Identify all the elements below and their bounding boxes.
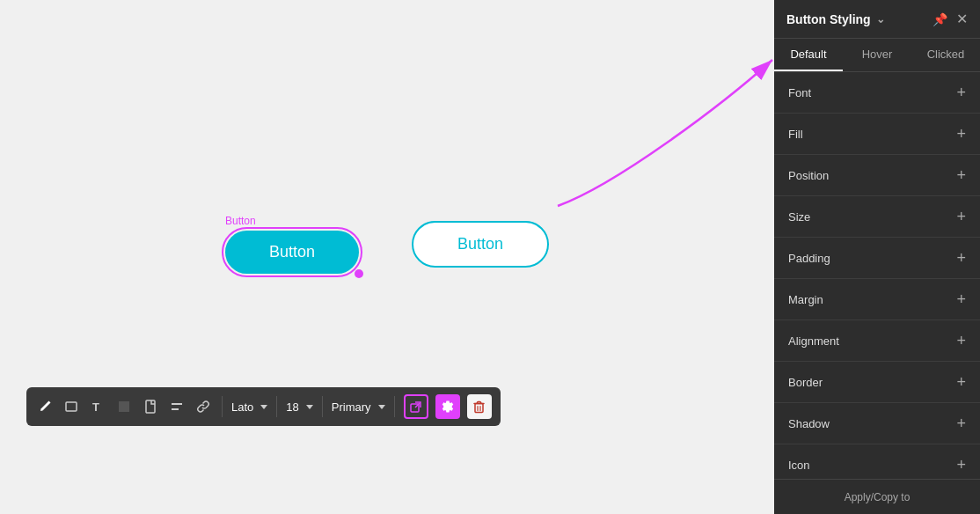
- svg-rect-8: [475, 403, 483, 412]
- right-panel: Button Styling ⌄ 📌 ✕ Default Hover Click…: [774, 0, 980, 514]
- pen-icon[interactable]: [35, 397, 55, 416]
- section-font[interactable]: Font +: [774, 72, 980, 114]
- panel-footer-text: Apply/Copy to: [845, 491, 911, 503]
- settings-button[interactable]: [435, 394, 460, 419]
- toolbar-divider-2: [276, 396, 277, 417]
- svg-rect-0: [66, 402, 77, 411]
- canvas-button-label: Button: [225, 215, 256, 227]
- toolbar-divider-3: [322, 396, 323, 417]
- svg-rect-3: [146, 400, 155, 413]
- tab-hover[interactable]: Hover: [843, 39, 911, 71]
- section-margin-plus: +: [956, 291, 966, 307]
- section-margin[interactable]: Margin +: [774, 279, 980, 320]
- section-border[interactable]: Border +: [774, 362, 980, 403]
- font-family-selector[interactable]: Lato: [231, 400, 267, 414]
- section-padding[interactable]: Padding +: [774, 238, 980, 279]
- color-swatch-icon[interactable]: [114, 397, 134, 416]
- svg-rect-4: [172, 403, 182, 405]
- tab-default[interactable]: Default: [774, 39, 843, 71]
- panel-header: Button Styling ⌄ 📌 ✕: [774, 0, 980, 39]
- section-size[interactable]: Size +: [774, 196, 980, 238]
- toolbar-divider-1: [222, 396, 223, 417]
- selection-dot: [355, 269, 363, 278]
- toolbar: T: [26, 387, 501, 426]
- section-alignment-plus: +: [956, 333, 966, 349]
- section-fill-plus: +: [956, 126, 966, 142]
- panel-header-icons: 📌 ✕: [932, 11, 968, 27]
- panel-title: Button Styling ⌄: [786, 12, 885, 26]
- section-font-plus: +: [956, 84, 966, 100]
- tab-clicked[interactable]: Clicked: [911, 39, 980, 71]
- font-size-selector[interactable]: 18: [286, 400, 312, 414]
- section-size-plus: +: [956, 209, 966, 224]
- canvas-area: Button Button Button T: [0, 0, 774, 514]
- section-position[interactable]: Position +: [774, 155, 980, 196]
- primary-button-wrapper: Button Button: [225, 215, 359, 274]
- canvas-secondary-button[interactable]: Button: [412, 221, 549, 268]
- canvas-button-container: Button Button Button: [225, 215, 549, 274]
- section-border-plus: +: [956, 374, 966, 390]
- panel-title-chevron-icon: ⌄: [876, 13, 885, 26]
- pin-icon[interactable]: 📌: [932, 12, 947, 26]
- canvas-primary-button[interactable]: Button: [225, 231, 359, 274]
- panel-footer: Apply/Copy to: [774, 479, 980, 514]
- section-alignment[interactable]: Alignment +: [774, 320, 980, 362]
- section-padding-plus: +: [956, 250, 966, 266]
- section-icon-plus: +: [956, 457, 966, 473]
- page-icon[interactable]: [141, 397, 160, 416]
- delete-button[interactable]: [467, 394, 492, 419]
- section-shadow[interactable]: Shadow +: [774, 403, 980, 444]
- svg-rect-5: [172, 408, 179, 410]
- section-position-plus: +: [956, 167, 966, 183]
- section-icon[interactable]: Icon +: [774, 444, 980, 479]
- panel-tabs: Default Hover Clicked: [774, 39, 980, 72]
- text-icon[interactable]: T: [88, 397, 107, 416]
- font-size-chevron: [306, 405, 313, 409]
- link-icon[interactable]: [194, 397, 213, 416]
- section-fill[interactable]: Fill +: [774, 114, 980, 155]
- section-shadow-plus: +: [956, 415, 966, 431]
- close-icon[interactable]: ✕: [956, 11, 968, 27]
- open-button[interactable]: [404, 394, 428, 419]
- toolbar-divider-4: [394, 396, 395, 417]
- align-left-icon[interactable]: [167, 397, 186, 416]
- panel-body: Font + Fill + Position + Size + Padding …: [774, 72, 980, 479]
- font-family-chevron: [260, 405, 267, 409]
- svg-text:T: T: [92, 400, 99, 414]
- svg-rect-2: [119, 401, 129, 412]
- variant-chevron: [378, 405, 385, 409]
- variant-selector[interactable]: Primary: [332, 400, 385, 414]
- rectangle-icon[interactable]: [62, 397, 81, 416]
